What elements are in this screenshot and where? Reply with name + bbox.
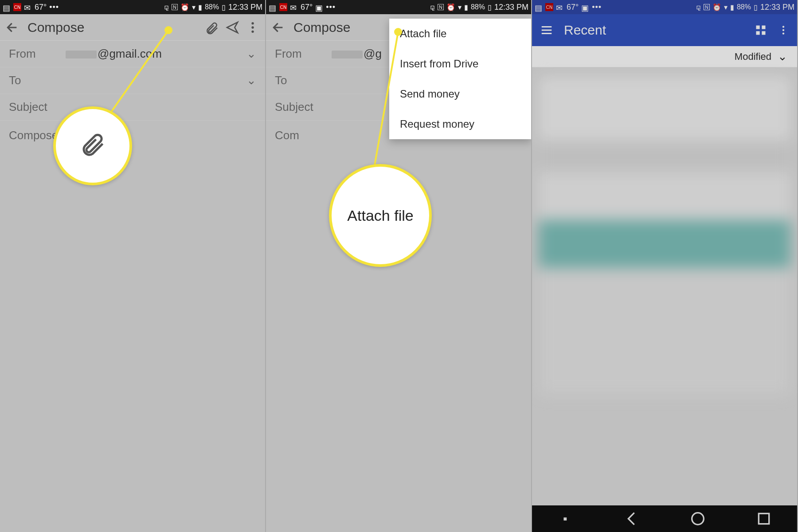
status-temperature: 67°	[567, 3, 579, 12]
alarm-icon: ⏰	[446, 3, 455, 12]
from-field[interactable]: From @gmail.com ⌄	[0, 41, 265, 67]
nav-home-icon[interactable]	[689, 510, 707, 528]
from-value-redacted: @g	[332, 47, 382, 61]
status-more-icon	[592, 3, 602, 12]
callout-anchor-dot	[394, 28, 402, 36]
notification-cnn-icon: CN	[279, 3, 287, 11]
panel-compose-step1: ▤ CN ✉ 67° ⚼ N ⏰ ▾ ▮ 88% ▯ 12:33 PM Comp…	[0, 0, 266, 532]
compose-header: Compose	[0, 14, 265, 41]
file-picker-header: Recent	[532, 14, 797, 46]
nav-notification-dot-icon[interactable]: ■	[556, 510, 574, 528]
compose-body-placeholder: Com	[275, 129, 299, 142]
svg-rect-6	[762, 31, 765, 35]
callout-attach-icon	[53, 106, 132, 185]
from-label: From	[275, 47, 324, 61]
svg-point-8	[782, 29, 784, 31]
battery-text: 88%	[471, 3, 485, 11]
nfc-icon: N	[704, 4, 710, 10]
attach-menu: Attach file Insert from Drive Send money…	[389, 19, 531, 139]
compose-body-placeholder: Compose	[9, 129, 58, 142]
panel-compose-step2-menu: ▤ CN ✉ 67° ▣ ⚼ N ⏰ ▾ ▮ 88% ▯ 12:33 PM Co…	[266, 0, 532, 532]
panel-file-picker: ▤ CN ✉ 67° ▣ ⚼ N ⏰ ▾ ▮ 88% ▯ 12:33 PM Re…	[532, 0, 798, 532]
notification-doc-icon: ▤	[269, 3, 277, 11]
status-time: 12:33 PM	[760, 3, 794, 12]
status-time: 12:33 PM	[494, 3, 528, 12]
alarm-icon: ⏰	[180, 3, 189, 12]
svg-point-1	[251, 26, 254, 28]
svg-point-0	[251, 22, 254, 24]
compose-title: Compose	[27, 20, 84, 35]
svg-point-9	[782, 32, 784, 34]
svg-rect-5	[756, 31, 760, 35]
overflow-menu-icon[interactable]	[778, 24, 789, 36]
status-time: 12:33 PM	[228, 3, 262, 12]
send-icon[interactable]	[225, 20, 239, 35]
compose-title: Compose	[293, 20, 350, 35]
hamburger-menu-icon[interactable]	[540, 23, 553, 37]
notification-doc-icon: ▤	[535, 3, 543, 11]
signal-icon: ▮	[198, 3, 202, 12]
to-label: To	[275, 74, 324, 87]
notification-voicemail-icon: ✉	[24, 3, 32, 11]
chevron-down-icon[interactable]: ⌄	[246, 47, 256, 61]
sort-label: Modified	[735, 51, 771, 63]
chevron-down-icon[interactable]: ⌄	[778, 50, 787, 63]
notification-voicemail-icon: ✉	[556, 3, 564, 11]
menu-item-request-money[interactable]: Request money	[389, 109, 531, 139]
subject-label: Subject	[275, 100, 313, 114]
file-list-preview-blurred[interactable]	[538, 76, 791, 395]
callout-text: Attach file	[347, 207, 413, 224]
callout-anchor-dot	[164, 26, 172, 34]
menu-item-send-money[interactable]: Send money	[389, 79, 531, 109]
status-bar: ▤ CN ✉ 67° ▣ ⚼ N ⏰ ▾ ▮ 88% ▯ 12:33 PM	[532, 0, 797, 14]
back-arrow-icon[interactable]	[271, 20, 286, 35]
battery-text: 88%	[205, 3, 219, 11]
svg-point-10	[692, 513, 704, 525]
file-picker-title: Recent	[564, 23, 606, 38]
svg-rect-11	[759, 513, 769, 524]
status-bar: ▤ CN ✉ 67° ▣ ⚼ N ⏰ ▾ ▮ 88% ▯ 12:33 PM	[266, 0, 531, 14]
overflow-menu-icon[interactable]	[246, 20, 260, 35]
battery-icon: ▯	[754, 3, 758, 12]
attach-icon[interactable]	[205, 20, 219, 35]
menu-item-insert-from-drive[interactable]: Insert from Drive	[389, 49, 531, 79]
status-more-icon	[326, 3, 336, 12]
status-bar: ▤ CN ✉ 67° ⚼ N ⏰ ▾ ▮ 88% ▯ 12:33 PM	[0, 0, 265, 14]
sort-row[interactable]: Modified ⌄	[532, 46, 797, 67]
svg-rect-3	[756, 26, 760, 29]
subject-field[interactable]: Subject	[0, 94, 265, 121]
notification-voicemail-icon: ✉	[290, 3, 298, 11]
to-label: To	[9, 74, 58, 87]
android-nav-bar: ■	[532, 505, 797, 532]
wifi-icon: ▾	[724, 3, 728, 12]
battery-icon: ▯	[222, 3, 226, 12]
svg-point-7	[782, 26, 784, 27]
signal-icon: ▮	[730, 3, 734, 12]
svg-rect-4	[762, 26, 765, 29]
status-temperature: 67°	[35, 3, 47, 12]
notification-image-icon: ▣	[581, 3, 589, 11]
status-temperature: 67°	[301, 3, 313, 12]
callout-attach-file-text: Attach file	[329, 164, 432, 267]
notification-cnn-icon: CN	[545, 3, 553, 11]
bluetooth-icon: ⚼	[696, 3, 701, 11]
attach-icon	[79, 130, 106, 162]
grid-view-icon[interactable]	[755, 24, 767, 36]
notification-doc-icon: ▤	[3, 3, 11, 11]
back-arrow-icon[interactable]	[5, 20, 20, 35]
nfc-icon: N	[172, 4, 178, 10]
notification-image-icon: ▣	[315, 3, 323, 11]
nav-recent-icon[interactable]	[755, 510, 773, 528]
subject-label: Subject	[9, 100, 47, 114]
menu-item-attach-file[interactable]: Attach file	[389, 19, 531, 49]
nav-back-icon[interactable]	[622, 510, 640, 528]
signal-icon: ▮	[464, 3, 468, 12]
chevron-down-icon[interactable]: ⌄	[246, 74, 256, 87]
wifi-icon: ▾	[458, 3, 462, 12]
nfc-icon: N	[438, 4, 444, 10]
from-label: From	[9, 47, 58, 61]
battery-text: 88%	[737, 3, 751, 11]
wifi-icon: ▾	[192, 3, 196, 12]
compose-body[interactable]: Compose	[0, 121, 265, 532]
svg-point-2	[251, 30, 254, 32]
